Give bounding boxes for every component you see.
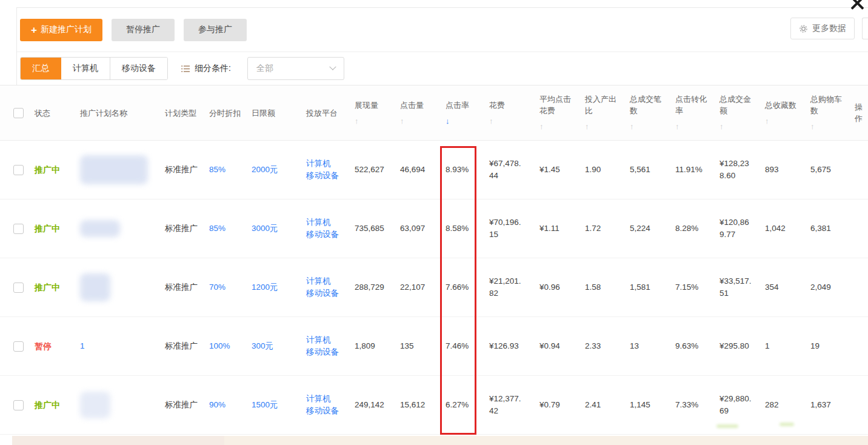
time-discount-link[interactable]: 90% — [209, 400, 225, 409]
cell-daily-limit: 2000元 — [247, 141, 302, 199]
platform-link[interactable]: 移动设备 — [306, 170, 348, 182]
platform-link[interactable]: 计算机 — [306, 216, 348, 229]
platform-link[interactable]: 计算机 — [306, 158, 348, 170]
cell-platform: 计算机移动设备 — [302, 258, 350, 317]
col-total-favorites-label: 总收藏数 — [765, 101, 796, 110]
row-checkbox[interactable] — [13, 341, 24, 352]
cell-platform: 计算机移动设备 — [302, 376, 350, 435]
tab-computer[interactable]: 计算机 — [61, 58, 110, 79]
col-ctr[interactable]: 点击率↓ — [441, 85, 485, 141]
cell-select — [0, 258, 30, 317]
col-platform: 投放平台 — [302, 85, 350, 141]
cell-platform: 计算机移动设备 — [302, 141, 350, 199]
total-orders-value: 5,224 — [630, 224, 650, 233]
cell-avg-click-cost: ¥1.11 — [535, 199, 581, 258]
cell-time-discount: 100% — [205, 317, 247, 376]
join-campaign-label: 参与推广 — [198, 24, 232, 35]
col-total-orders[interactable]: 总成交笔数↑ — [626, 85, 671, 141]
cell-total-amount: ¥33,517.51 — [715, 258, 761, 317]
platform-link[interactable]: 计算机 — [306, 393, 348, 405]
daily-limit-link[interactable]: 3000元 — [252, 224, 278, 233]
tab-computer-label: 计算机 — [73, 63, 98, 74]
platform-link[interactable]: 移动设备 — [306, 346, 348, 358]
tab-mobile[interactable]: 移动设备 — [110, 58, 167, 79]
time-discount-link[interactable]: 100% — [209, 341, 230, 350]
cell-clicks: 15,612 — [396, 376, 441, 435]
new-campaign-button[interactable]: + 新建推广计划 — [20, 19, 102, 41]
time-discount-link[interactable]: 70% — [209, 283, 225, 292]
pause-campaign-button[interactable]: 暂停推广 — [112, 19, 175, 41]
platform-link[interactable]: 计算机 — [306, 275, 348, 287]
impressions-value: 249,142 — [355, 400, 384, 409]
col-roi[interactable]: 投入产出比↑ — [581, 85, 626, 141]
cell-conversion-rate: 11.91% — [671, 141, 715, 199]
col-avg-click-cost[interactable]: 平均点击花费↑ — [535, 85, 581, 141]
plan-type-text: 标准推广 — [165, 341, 198, 350]
total-carts-value: 5,675 — [810, 165, 831, 174]
redacted-name-blur — [80, 392, 110, 418]
time-discount-link[interactable]: 85% — [209, 165, 225, 174]
cell-conversion-rate: 7.33% — [671, 376, 715, 435]
watermark-smudge — [716, 424, 738, 428]
col-status-label: 状态 — [35, 109, 50, 118]
sort-asc-icon[interactable]: ↑ — [810, 121, 844, 132]
platform-link[interactable]: 移动设备 — [306, 287, 348, 299]
col-cost[interactable]: 花费↑ — [485, 85, 535, 141]
col-conversion-rate[interactable]: 点击转化率↑ — [671, 85, 715, 141]
sort-asc-icon[interactable]: ↑ — [355, 115, 390, 127]
cell-select — [0, 376, 30, 435]
segment-filter-dropdown[interactable]: 全部 — [247, 57, 344, 80]
conversion-rate-value: 11.91% — [675, 165, 703, 174]
row-checkbox[interactable] — [13, 165, 24, 175]
total-favorites-value: 893 — [765, 165, 779, 174]
more-data-button[interactable]: 更多数据 — [790, 18, 855, 39]
col-total-carts[interactable]: 总购物车数↑ — [806, 85, 850, 141]
row-checkbox[interactable] — [13, 224, 24, 234]
col-time-discount: 分时折扣 — [205, 85, 247, 141]
cell-plan-type: 标准推广 — [161, 199, 205, 258]
cell-total-carts: 6,381 — [806, 199, 850, 258]
row-checkbox[interactable] — [13, 400, 24, 410]
sort-asc-icon[interactable]: ↑ — [489, 115, 529, 127]
col-total-favorites[interactable]: 总收藏数↑ — [761, 85, 806, 141]
daily-limit-link[interactable]: 1500元 — [252, 400, 278, 409]
time-discount-link[interactable]: 85% — [209, 224, 225, 233]
select-all-checkbox[interactable] — [13, 108, 24, 118]
col-total-amount-label: 总成交金额 — [719, 95, 751, 115]
sort-asc-icon[interactable]: ↑ — [539, 121, 575, 132]
cell-actions — [850, 317, 868, 376]
tab-summary[interactable]: 汇总 — [21, 58, 61, 79]
daily-limit-link[interactable]: 2000元 — [252, 165, 278, 174]
join-campaign-button[interactable]: 参与推广 — [184, 19, 247, 41]
total-carts-value: 6,381 — [810, 224, 831, 233]
clipped-right-button[interactable] — [862, 18, 868, 39]
sort-asc-icon[interactable]: ↑ — [400, 115, 435, 127]
platform-link[interactable]: 移动设备 — [306, 405, 348, 417]
campaign-name-link[interactable]: 1 — [80, 341, 85, 350]
sort-asc-icon[interactable]: ↑ — [765, 115, 800, 127]
sort-asc-icon[interactable]: ↑ — [585, 121, 619, 132]
col-total-amount[interactable]: 总成交金额↑ — [715, 85, 761, 141]
segment-dropdown-value: 全部 — [256, 63, 273, 74]
cell-roi: 1.58 — [581, 258, 626, 317]
cell-clicks: 22,107 — [396, 258, 441, 317]
cell-impressions: 249,142 — [350, 376, 396, 435]
daily-limit-link[interactable]: 300元 — [252, 341, 273, 350]
cost-value: ¥126.93 — [489, 340, 519, 352]
platform-link[interactable]: 计算机 — [306, 334, 348, 346]
col-time-discount-label: 分时折扣 — [209, 109, 241, 118]
campaign-table-wrap: 状态 推广计划名称 计划类型 分时折扣 日限额 投放平台 展现量↑ 点击量↑ 点… — [0, 85, 868, 435]
total-carts-value: 19 — [810, 341, 820, 350]
sort-asc-icon[interactable]: ↑ — [675, 121, 709, 132]
row-checkbox[interactable] — [13, 283, 24, 293]
cost-value: ¥21,201.82 — [489, 275, 524, 299]
col-clicks[interactable]: 点击量↑ — [396, 85, 441, 141]
cell-clicks: 135 — [396, 317, 441, 376]
col-impressions[interactable]: 展现量↑ — [350, 85, 396, 141]
cell-plan-type: 标准推广 — [161, 376, 205, 435]
sort-desc-icon[interactable]: ↓ — [446, 115, 479, 127]
sort-asc-icon[interactable]: ↑ — [719, 121, 755, 132]
daily-limit-link[interactable]: 1200元 — [252, 283, 278, 292]
platform-link[interactable]: 移动设备 — [306, 229, 348, 241]
sort-asc-icon[interactable]: ↑ — [630, 121, 665, 132]
